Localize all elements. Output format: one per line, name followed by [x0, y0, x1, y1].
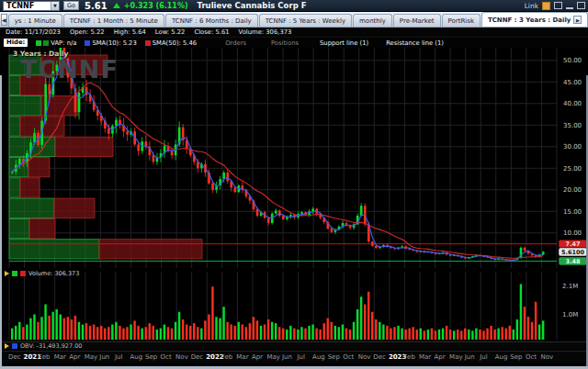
minimize-icon[interactable] [566, 3, 573, 9]
volume-bar [542, 320, 544, 340]
volume-bar [219, 319, 220, 340]
volume-bar [334, 326, 336, 340]
price-axis-label: 25.00 [563, 165, 582, 173]
candle-body [300, 212, 303, 214]
obv-bar: OBV: -31,493,927.00 [0, 341, 588, 350]
time-axis-label: Nov [175, 353, 188, 361]
vap-bar-red [55, 137, 113, 156]
volume-bar [211, 286, 213, 340]
volume-bar [215, 317, 217, 340]
tab-portrisk[interactable]: PortRisk [442, 14, 481, 27]
tab-pre-market[interactable]: Pre-Market [393, 14, 441, 27]
volume-bar [413, 327, 414, 340]
support-line-label[interactable]: Support line (1) [320, 39, 368, 47]
volume-bar [245, 327, 247, 340]
candle-body [275, 210, 277, 213]
volume-bar [249, 323, 251, 340]
volume-bar [449, 330, 451, 340]
tab-tcnnf-1-month-5-minute[interactable]: TCNNF : 1 Month : 5 Minute [63, 14, 164, 27]
time-axis-label: Nov [358, 353, 371, 361]
volume-bar [33, 315, 35, 341]
time-axis-label: Feb [403, 353, 414, 361]
sma50-legend[interactable]: SMA(50): 5.46 [145, 39, 197, 47]
tab-expand-button[interactable]: ▶ [573, 16, 582, 24]
volume-bar [119, 326, 120, 340]
tab-monthly[interactable]: monthly [353, 14, 392, 27]
hide-button[interactable]: Hide: [4, 39, 28, 47]
time-axis-label: Feb [221, 353, 232, 361]
sma10-legend[interactable]: SMA(10): 5.23 [85, 39, 136, 47]
volume-bar [264, 325, 266, 341]
volume-bar [300, 327, 302, 340]
volume-bar [353, 322, 355, 340]
orders-label[interactable]: Orders [225, 39, 246, 47]
time-axis-label: Apr [252, 353, 263, 361]
vap-legend[interactable]: VAP: n/a [36, 39, 76, 47]
vap-label: VAP: n/a [51, 39, 76, 47]
volume-bar [457, 330, 458, 340]
volume-bar [475, 329, 477, 340]
price-tag-value: 7.47 [565, 240, 580, 248]
volume-bar [37, 322, 39, 340]
chevron-down-icon[interactable]: ▼ [51, 2, 59, 10]
link-color-swatch[interactable] [542, 2, 550, 10]
volume-bar [189, 326, 191, 340]
active-tab-label: TCNNF : 3 Years : Daily [488, 13, 571, 28]
volume-bar [464, 329, 466, 340]
time-axis-label: Sep [328, 353, 340, 361]
tab-tcnnf-6-months-daily[interactable]: TCNNF : 6 Months : Daily [165, 14, 258, 27]
volume-bar [349, 330, 351, 340]
time-axis-label: Jun [465, 353, 475, 361]
volume-bar [93, 325, 95, 341]
volume-bar [175, 322, 176, 340]
tab-scroll-left-button[interactable]: ◀ [1, 14, 7, 26]
volume-bar [364, 305, 366, 341]
time-axis-label: Mar [419, 353, 431, 361]
candle-body [222, 173, 225, 179]
tab-tcnnf-5-years-weekly[interactable]: TCNNF : 5 Years : Weekly [259, 14, 352, 27]
volume-bar [164, 325, 165, 341]
vap-bar-red [28, 158, 50, 177]
candle-body [331, 229, 334, 232]
vap-bar-red [99, 240, 202, 259]
title-bar: TCNNF ▼ Go 5.61 +0.323 (6.11%) Trulieve … [0, 0, 588, 12]
volume-bar [234, 326, 236, 340]
volume-bar [531, 322, 533, 340]
positions-label[interactable]: Positions [271, 39, 299, 47]
volume-chart-canvas[interactable]: 2.1M1.0M [0, 268, 588, 341]
collapse-pane-icon[interactable] [5, 271, 9, 276]
sma50-label: SMA(50): 5.46 [153, 39, 197, 47]
volume-bar [375, 319, 377, 340]
volume-bar [15, 326, 17, 340]
time-axis-label: Aug [130, 353, 142, 361]
obv-collapse-icon[interactable] [5, 343, 9, 349]
volume-bar [267, 319, 269, 340]
volume-bar [208, 315, 209, 341]
volume-bar [308, 326, 310, 340]
price-change: +0.323 (6.11%) [124, 2, 188, 10]
volume-bar [230, 325, 232, 341]
candle-body [360, 206, 363, 216]
volume-bar [311, 325, 313, 341]
vap-bar-green [9, 75, 20, 95]
tab-ys-1-minute[interactable]: ys : 1 Minute [8, 14, 62, 27]
volume-bar [145, 327, 147, 340]
vap-bar-green [9, 198, 54, 218]
go-button[interactable]: Go [63, 1, 79, 10]
vap-bar-red [54, 198, 95, 218]
info-volume: Volume: 306,373 [239, 28, 292, 36]
tab-active-3-years-daily[interactable]: TCNNF : 3 Years : Daily ▶ [481, 12, 588, 27]
volume-bar [404, 330, 406, 340]
popout-icon[interactable] [554, 2, 562, 9]
maximize-icon[interactable] [577, 2, 585, 9]
candle-body [153, 155, 155, 162]
volume-bar [293, 329, 295, 340]
up-arrow-icon [113, 3, 120, 8]
volume-bar [107, 327, 109, 340]
volume-bar [256, 320, 258, 340]
vap-toggle-icon[interactable] [36, 40, 41, 46]
symbol-combobox[interactable]: TCNNF ▼ [3, 1, 60, 11]
resistance-line-label[interactable]: Resistance line (1) [386, 39, 444, 47]
volume-bar [319, 330, 321, 340]
volume-bar [130, 325, 131, 341]
